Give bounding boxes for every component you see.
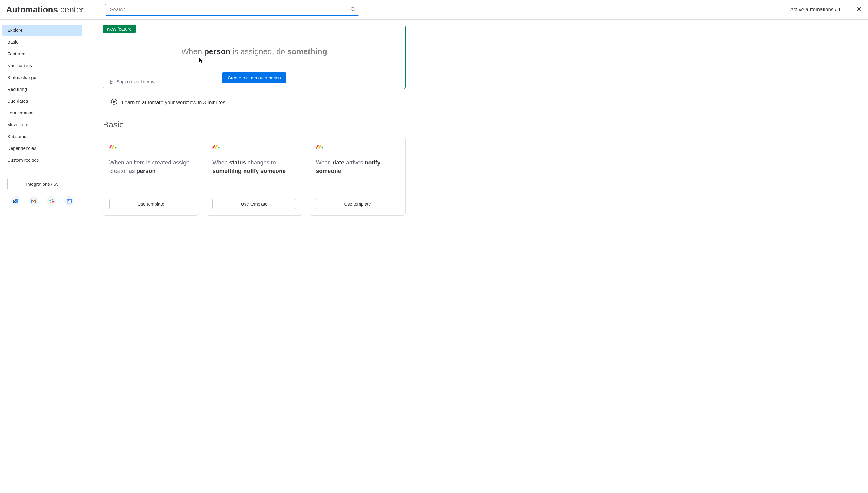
integrations-button[interactable]: Integrations / 69: [7, 178, 77, 190]
main-content: New feature When person is assigned, do …: [85, 20, 424, 228]
close-icon[interactable]: [856, 6, 862, 13]
sidebar-item-recurring[interactable]: Recurring: [2, 84, 82, 95]
basic-cards: When an item is created assign creator a…: [103, 137, 405, 216]
template-card: When status changes to something notify …: [206, 137, 302, 216]
template-text: When an item is created assign creator a…: [109, 158, 193, 193]
sidebar-item-explore[interactable]: Explore: [2, 24, 82, 36]
integration-icons: 31: [2, 196, 82, 206]
featured-card: New feature When person is assigned, do …: [103, 24, 405, 89]
use-template-button[interactable]: Use template: [316, 199, 399, 209]
cursor-icon: [199, 56, 204, 65]
sidebar-item-due-dates[interactable]: Due dates: [2, 95, 82, 107]
basic-section-title: Basic: [103, 120, 405, 130]
svg-point-16: [112, 83, 113, 84]
svg-text:31: 31: [68, 200, 71, 203]
template-text: When date arrives notify someone: [316, 158, 399, 193]
monday-icon: [316, 145, 399, 149]
svg-point-18: [115, 147, 116, 149]
sidebar-item-custom-recipes[interactable]: Custom recipes: [2, 154, 82, 166]
create-custom-automation-button[interactable]: Create custom automation: [222, 72, 286, 83]
svg-rect-9: [49, 200, 51, 201]
use-template-button[interactable]: Use template: [213, 199, 296, 209]
sidebar-item-notifications[interactable]: Notifications: [2, 60, 82, 71]
monday-icon: [213, 145, 296, 149]
search-input[interactable]: [105, 4, 359, 16]
sidebar-item-dependencies[interactable]: Dependencies: [2, 143, 82, 154]
svg-line-1: [354, 10, 355, 11]
template-card: When an item is created assign creator a…: [103, 137, 199, 216]
svg-point-15: [112, 81, 113, 82]
automation-formula: When person is assigned, do something: [103, 47, 405, 59]
svg-point-20: [321, 147, 323, 149]
svg-point-19: [218, 147, 220, 149]
google-calendar-icon[interactable]: 31: [64, 196, 74, 206]
gmail-icon[interactable]: [29, 196, 38, 206]
svg-rect-8: [51, 199, 52, 201]
sidebar-item-move-item[interactable]: Move item: [2, 119, 82, 130]
slack-icon[interactable]: [47, 196, 56, 206]
sidebar-item-subitems[interactable]: Subitems: [2, 131, 82, 142]
monday-icon: [109, 145, 193, 149]
sidebar-item-item-creation[interactable]: Item creation: [2, 107, 82, 119]
use-template-button[interactable]: Use template: [109, 199, 193, 209]
active-automations-link[interactable]: Active automations / 1: [790, 7, 841, 13]
play-circle-icon: [111, 99, 117, 107]
learn-video-link[interactable]: Learn to automate your workflow in 3 min…: [103, 99, 405, 107]
template-text: When status changes to something notify …: [213, 158, 296, 193]
sidebar-item-status-change[interactable]: Status change: [2, 72, 82, 83]
sidebar: Explore Basic Featured Notifications Sta…: [0, 20, 85, 228]
sidebar-divider: [7, 172, 77, 172]
new-feature-badge: New feature: [103, 24, 136, 33]
supports-subitems-label: Supports subitems: [109, 79, 154, 84]
search-icon: [350, 6, 356, 13]
template-card: When date arrives notify someone Use tem…: [310, 137, 405, 216]
search-wrapper: [105, 4, 359, 16]
svg-rect-11: [52, 201, 54, 202]
subitems-icon: [109, 79, 114, 84]
header-right: Active automations / 1: [790, 6, 862, 13]
svg-rect-10: [50, 202, 51, 204]
sidebar-item-basic[interactable]: Basic: [2, 36, 82, 47]
outlook-icon[interactable]: [11, 196, 20, 206]
svg-point-0: [351, 7, 354, 10]
sidebar-item-featured[interactable]: Featured: [2, 48, 82, 59]
svg-rect-6: [13, 199, 16, 203]
header: Automations center Active automations / …: [0, 0, 868, 20]
page-title: Automations center: [6, 5, 84, 15]
